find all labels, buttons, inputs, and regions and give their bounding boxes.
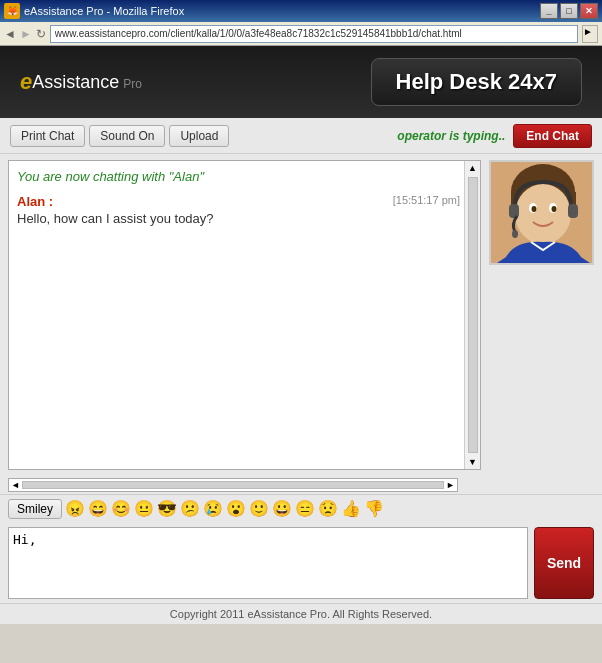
toolbar-right: operator is typing.. End Chat bbox=[397, 124, 592, 148]
emoji-worried[interactable]: 😟 bbox=[318, 501, 338, 517]
emoji-thumbsdown[interactable]: 👎 bbox=[364, 501, 384, 517]
svg-point-3 bbox=[515, 184, 571, 244]
svg-point-6 bbox=[532, 206, 537, 212]
svg-rect-8 bbox=[509, 204, 519, 218]
emoji-grin[interactable]: 😀 bbox=[272, 501, 292, 517]
nav-back-icon[interactable]: ◄ bbox=[4, 27, 16, 41]
emoji-angry[interactable]: 😠 bbox=[65, 501, 85, 517]
smiley-bar: Smiley 😠 😄 😊 😐 😎 😕 😢 😮 🙂 😀 😑 😟 👍 👎 bbox=[0, 494, 602, 523]
address-input[interactable] bbox=[50, 25, 578, 43]
emoji-confused[interactable]: 😕 bbox=[180, 501, 200, 517]
logo-pro: Pro bbox=[123, 77, 142, 91]
chat-message-text: Hello, how can I assist you today? bbox=[17, 211, 460, 226]
send-button[interactable]: Send bbox=[534, 527, 594, 599]
address-bar: ◄ ► ↻ ► bbox=[0, 22, 602, 46]
window-title-text: eAssistance Pro - Mozilla Firefox bbox=[24, 5, 184, 17]
toolbar-left: Print Chat Sound On Upload bbox=[10, 125, 229, 147]
helpdesk-badge: Help Desk 24x7 bbox=[371, 58, 582, 106]
page-header: e Assistance Pro Help Desk 24x7 bbox=[0, 46, 602, 118]
helpdesk-title: Help Desk 24x7 bbox=[396, 69, 557, 94]
upload-button[interactable]: Upload bbox=[169, 125, 229, 147]
emoji-smile[interactable]: 😊 bbox=[111, 501, 131, 517]
logo: e Assistance Pro bbox=[20, 69, 142, 95]
chat-timestamp: [15:51:17 pm] bbox=[393, 194, 460, 206]
close-button[interactable]: ✕ bbox=[580, 3, 598, 19]
smiley-button[interactable]: Smiley bbox=[8, 499, 62, 519]
svg-point-7 bbox=[552, 206, 557, 212]
hscroll-left-arrow[interactable]: ◄ bbox=[11, 480, 20, 490]
emoji-neutral[interactable]: 😐 bbox=[134, 501, 154, 517]
chat-sender: Alan : bbox=[17, 194, 53, 209]
emoji-laugh[interactable]: 😄 bbox=[88, 501, 108, 517]
sound-on-button[interactable]: Sound On bbox=[89, 125, 165, 147]
toolbar: Print Chat Sound On Upload operator is t… bbox=[0, 118, 602, 154]
chat-wrapper: You are now chatting with "Alan" Alan : … bbox=[0, 154, 602, 476]
chat-box[interactable]: You are now chatting with "Alan" Alan : … bbox=[8, 160, 481, 470]
window-titlebar: 🦊 eAssistance Pro - Mozilla Firefox _ □ … bbox=[0, 0, 602, 22]
main-content: e Assistance Pro Help Desk 24x7 Print Ch… bbox=[0, 46, 602, 624]
emoji-thumbsup[interactable]: 👍 bbox=[341, 501, 361, 517]
chat-greeting: You are now chatting with "Alan" bbox=[17, 169, 460, 184]
operator-typing-status: operator is typing.. bbox=[397, 129, 505, 143]
emoji-expressionless[interactable]: 😑 bbox=[295, 501, 315, 517]
chat-hscrollbar[interactable]: ◄ ► bbox=[8, 478, 458, 492]
operator-avatar bbox=[489, 160, 594, 265]
nav-forward-icon[interactable]: ► bbox=[20, 27, 32, 41]
window-controls: _ □ ✕ bbox=[540, 3, 598, 19]
minimize-button[interactable]: _ bbox=[540, 3, 558, 19]
scroll-down-arrow[interactable]: ▼ bbox=[466, 455, 479, 469]
svg-rect-9 bbox=[568, 204, 578, 218]
end-chat-button[interactable]: End Chat bbox=[513, 124, 592, 148]
logo-text: Assistance bbox=[32, 72, 119, 93]
chat-message: Alan : [15:51:17 pm] Hello, how can I as… bbox=[17, 194, 460, 226]
hscroll-track[interactable] bbox=[22, 481, 444, 489]
emoji-surprised[interactable]: 😮 bbox=[226, 501, 246, 517]
emoji-slight-smile[interactable]: 🙂 bbox=[249, 501, 269, 517]
operator-avatar-svg bbox=[491, 162, 594, 265]
message-input[interactable]: Hi, bbox=[8, 527, 528, 599]
footer: Copyright 2011 eAssistance Pro. All Righ… bbox=[0, 603, 602, 624]
chat-content: You are now chatting with "Alan" Alan : … bbox=[9, 161, 480, 234]
browser-icon: 🦊 bbox=[4, 3, 20, 19]
chat-vscrollbar[interactable]: ▲ ▼ bbox=[464, 161, 480, 469]
emoji-sad[interactable]: 😢 bbox=[203, 501, 223, 517]
input-area: Hi, Send bbox=[0, 523, 602, 603]
hscroll-right-arrow[interactable]: ► bbox=[446, 480, 455, 490]
window-title: 🦊 eAssistance Pro - Mozilla Firefox bbox=[4, 3, 184, 19]
address-go-button[interactable]: ► bbox=[582, 25, 598, 43]
scroll-thumb[interactable] bbox=[468, 177, 478, 453]
refresh-icon[interactable]: ↻ bbox=[36, 27, 46, 41]
scroll-up-arrow[interactable]: ▲ bbox=[466, 161, 479, 175]
svg-point-10 bbox=[512, 230, 518, 238]
footer-text: Copyright 2011 eAssistance Pro. All Righ… bbox=[170, 608, 432, 620]
chat-hscrollbar-row: ◄ ► bbox=[0, 476, 602, 494]
emoji-cool[interactable]: 😎 bbox=[157, 501, 177, 517]
logo-e: e bbox=[20, 69, 32, 95]
restore-button[interactable]: □ bbox=[560, 3, 578, 19]
print-chat-button[interactable]: Print Chat bbox=[10, 125, 85, 147]
